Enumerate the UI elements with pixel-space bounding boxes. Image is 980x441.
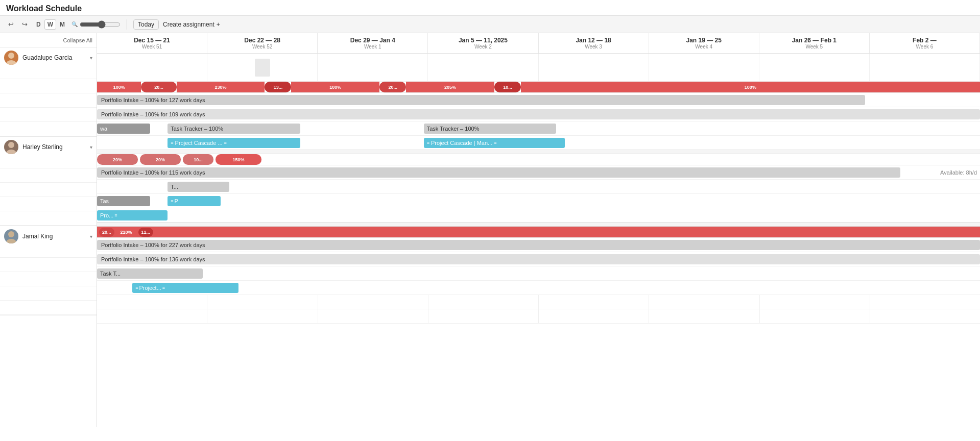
person-section-harley: Harley Sterling ▾ [0, 137, 97, 226]
avatar-guadalupe [4, 51, 18, 65]
hs-p-bar[interactable]: ≡P [168, 196, 221, 206]
gg-cascade2[interactable]: ≡ Project Cascade | Man... ≡ [424, 138, 565, 148]
sidebar-row3-harley [0, 197, 97, 211]
jk-project-bar[interactable]: ≡ Project... ≡ [132, 283, 238, 293]
week-col-1: Dec 29 — Jan 4 Week 1 [318, 33, 428, 53]
person-name-guadalupe: Guadalupe Garcia [22, 54, 86, 61]
plus-icon: + [217, 21, 220, 28]
svg-point-1 [6, 60, 16, 65]
sidebar-row2-harley [0, 183, 97, 197]
week-col-5: Jan 26 — Feb 1 Week 5 [759, 33, 870, 53]
jk-row1: Portfolio Intake – 100% for 227 work day… [97, 238, 980, 252]
week-col-6: Feb 2 — Week 6 [870, 33, 980, 53]
person-row-jamal[interactable]: Jamal King ▾ [0, 226, 97, 247]
week-col-3: Jan 12 — 18 Week 3 [539, 33, 649, 53]
jk-task-bar[interactable]: Task T... [97, 268, 203, 279]
util-seg: 230% [177, 82, 265, 92]
app-container: Workload Schedule ↩ ↪ D W M 🔍 Today Crea… [0, 0, 980, 427]
view-month-button[interactable]: M [57, 19, 67, 30]
timeline-body: 100% 20... 230% 13... 100% 20... 205% 10… [97, 54, 980, 324]
svg-point-5 [6, 239, 16, 243]
gg-wa-bar[interactable]: wa [97, 124, 150, 134]
util-seg: 100% [521, 82, 980, 92]
gg-bar2[interactable]: Portfolio Intake – 100% for 109 work day… [97, 109, 980, 119]
gg-tasktracker2[interactable]: Task Tracker – 100% [424, 124, 556, 134]
hs-row3: Tas ≡P [97, 194, 980, 208]
app-title: Workload Schedule [6, 4, 82, 13]
chevron-jamal: ▾ [90, 234, 92, 239]
zoom-slider[interactable] [80, 20, 121, 29]
timeline-area[interactable]: Dec 15 — 21 Week 51 Dec 22 — 28 Week 52 … [97, 33, 980, 427]
weeks-header: Dec 15 — 21 Week 51 Dec 22 — 28 Week 52 … [97, 33, 980, 54]
collapse-all-button[interactable]: Collapse All [63, 37, 92, 43]
sidebar-util-jamal [0, 247, 97, 258]
section-gap-1 [97, 150, 980, 154]
week-col-2: Jan 5 — 11, 2025 Week 2 [428, 33, 538, 53]
sidebar: Collapse All Guadalupe Garcia ▾ [0, 33, 97, 427]
svg-point-3 [6, 150, 16, 154]
svg-point-4 [8, 231, 14, 237]
view-day-button[interactable]: D [34, 19, 43, 30]
hs-row2: T... [97, 180, 980, 194]
today-button[interactable]: Today [133, 19, 159, 30]
util-jamal-bg [97, 227, 980, 237]
jk-row4: ≡ Project... ≡ [97, 281, 980, 295]
handle-icon-right: ≡ [494, 140, 496, 145]
zoom-control: 🔍 [71, 20, 121, 29]
util-bar-harley: 20% 20% 10... 150% [97, 154, 980, 165]
sidebar-row4-jamal [0, 301, 97, 315]
hs-tas-bar[interactable]: Tas [97, 196, 150, 206]
util-seg: 13... [265, 82, 291, 92]
handle-icon: ≡ [427, 140, 429, 145]
sidebar-row1-harley [0, 168, 97, 183]
util-seg-j1: 20... [99, 228, 114, 237]
svg-point-2 [8, 142, 14, 148]
chevron-guadalupe: ▾ [90, 55, 92, 61]
avatar-harley [4, 140, 18, 154]
undo-button[interactable]: ↩ [6, 19, 16, 29]
jk-row3: Task T... [97, 266, 980, 281]
util-bar-jamal: 20... 210% 11... [97, 227, 980, 238]
toolbar: ↩ ↪ D W M 🔍 Today Create assignment + [0, 16, 980, 33]
week-col-51: Dec 15 — 21 Week 51 [97, 33, 207, 53]
hs-row4: Pro... ≡ [97, 208, 980, 223]
sidebar-row3-jamal [0, 286, 97, 301]
util-seg-h3: 10... [183, 154, 213, 165]
util-seg: 100% [97, 82, 141, 92]
sidebar-row2-guadalupe [0, 93, 97, 108]
person-row-guadalupe[interactable]: Guadalupe Garcia ▾ [0, 47, 97, 68]
week-col-4: Jan 19 — 25 Week 4 [649, 33, 759, 53]
hs-row1: Portfolio Intake – 100% for 115 work day… [97, 165, 980, 180]
create-assignment-button[interactable]: Create assignment + [163, 21, 220, 28]
app-header: Workload Schedule [0, 0, 980, 16]
gg-row3: wa Task Tracker – 100% Task Tracker – 10… [97, 121, 980, 136]
hs-t-bar[interactable]: T... [168, 182, 229, 192]
empty-row-1 [97, 295, 980, 309]
util-bar-guadalupe: 100% 20... 230% 13... 100% 20... 205% 10… [97, 82, 980, 93]
handle-icon-right: ≡ [162, 285, 165, 290]
util-seg-h1: 20% [97, 154, 138, 165]
gg-tasktracker1[interactable]: Task Tracker – 100% [168, 124, 300, 134]
handle-icon: ≡ [114, 213, 117, 218]
collapse-all-row: Collapse All [0, 33, 97, 47]
gg-bar1[interactable]: Portfolio Intake – 100% for 127 work day… [97, 95, 865, 105]
jk-bar1[interactable]: Portfolio Intake – 100% for 227 work day… [97, 240, 980, 250]
week-col-52: Dec 22 — 28 Week 52 [207, 33, 318, 53]
gg-cascade1[interactable]: ≡ Project Cascade ... ≡ [168, 138, 300, 148]
view-week-button[interactable]: W [44, 19, 56, 30]
hs-bar1[interactable]: Portfolio Intake – 100% for 115 work day… [97, 167, 900, 178]
handle-icon: ≡ [171, 140, 173, 145]
sidebar-row3-guadalupe [0, 108, 97, 122]
jk-bar2[interactable]: Portfolio Intake – 100% for 136 work day… [97, 254, 980, 264]
svg-point-0 [8, 53, 14, 59]
redo-button[interactable]: ↪ [20, 19, 30, 29]
hs-pro-bar[interactable]: Pro... ≡ [97, 210, 168, 220]
gg-row2: Portfolio Intake – 100% for 109 work day… [97, 107, 980, 121]
util-seg: 205% [406, 82, 494, 92]
avatar-jamal [4, 229, 18, 243]
util-seg: 100% [291, 82, 379, 92]
person-row-harley[interactable]: Harley Sterling ▾ [0, 137, 97, 157]
handle-icon-right: ≡ [224, 140, 227, 145]
section-gap-2 [97, 223, 980, 227]
util-seg-h4: 150% [216, 154, 261, 165]
